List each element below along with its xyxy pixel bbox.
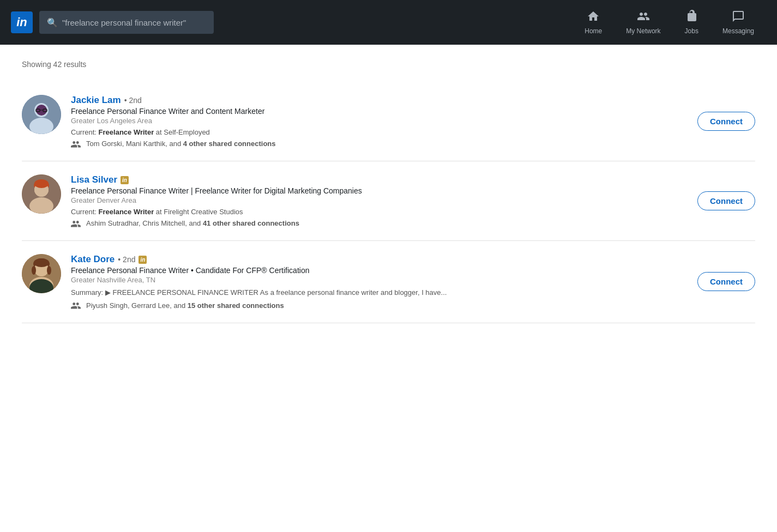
shared-bold: 41 other shared connections	[203, 219, 299, 227]
nav-home[interactable]: Home	[573, 0, 614, 45]
shared-connections: Tom Gorski, Mani Karthik, and 4 other sh…	[71, 140, 688, 148]
result-info: Lisa Silver in Freelance Personal Financ…	[71, 174, 688, 227]
svg-point-20	[47, 266, 51, 275]
linkedin-open-badge: in	[121, 176, 129, 184]
svg-point-12	[34, 179, 49, 188]
connect-button[interactable]: Connect	[697, 272, 755, 291]
result-title: Freelance Personal Finance Writer and Co…	[71, 107, 688, 116]
search-icon: 🔍	[47, 17, 58, 28]
search-results-main: Showing 42 results Jackie Lam	[0, 45, 777, 532]
shared-text: Ashim Sutradhar, Chris Mitchell, and 41 …	[86, 219, 299, 227]
shared-connections: Ashim Sutradhar, Chris Mitchell, and 41 …	[71, 219, 688, 227]
result-name[interactable]: Lisa Silver	[71, 174, 117, 185]
linkedin-logo[interactable]: in	[11, 11, 33, 33]
result-degree: • 2nd	[118, 255, 135, 264]
my-network-label: My Network	[626, 27, 660, 35]
result-name[interactable]: Jackie Lam	[71, 95, 121, 106]
svg-point-18	[34, 258, 49, 267]
nav-items: Home My Network Jobs Messaging	[573, 0, 766, 45]
result-current: Current: Freelance Writer at Firelight C…	[71, 208, 688, 216]
result-degree: • 2nd	[124, 96, 142, 105]
shared-text: Piyush Singh, Gerrard Lee, and 15 other …	[86, 301, 284, 310]
messaging-label: Messaging	[722, 27, 754, 35]
linkedin-open-badge: in	[138, 256, 147, 264]
navbar: in 🔍 Home My Network Jobs	[0, 0, 777, 45]
nav-my-network[interactable]: My Network	[614, 0, 672, 45]
list-item: Lisa Silver in Freelance Personal Financ…	[22, 161, 755, 241]
result-location: Greater Nashville Area, TN	[71, 276, 688, 284]
home-label: Home	[585, 27, 602, 35]
current-role: Freelance Writer	[99, 128, 154, 136]
result-summary: Summary: ▶ FREELANCE PERSONAL FINANCE WR…	[71, 287, 688, 298]
result-current: Current: Freelance Writer at Self-Employ…	[71, 128, 688, 136]
search-bar[interactable]: 🔍	[39, 11, 214, 34]
result-name[interactable]: Kate Dore	[71, 254, 115, 265]
result-info: Jackie Lam • 2nd Freelance Personal Fina…	[71, 95, 688, 148]
avatar	[22, 174, 61, 214]
result-location: Greater Denver Area	[71, 196, 688, 204]
result-list: Jackie Lam • 2nd Freelance Personal Fina…	[22, 82, 755, 323]
connect-button[interactable]: Connect	[697, 191, 755, 210]
result-title: Freelance Personal Finance Writer • Cand…	[71, 266, 688, 275]
jobs-label: Jobs	[685, 27, 698, 35]
shared-bold: 4 other shared connections	[183, 140, 276, 148]
shared-text: Tom Gorski, Mani Karthik, and 4 other sh…	[86, 140, 276, 148]
messaging-icon	[732, 10, 745, 25]
result-title: Freelance Personal Finance Writer | Free…	[71, 186, 688, 195]
svg-point-19	[32, 266, 36, 275]
current-company: at Firelight Creative Studios	[156, 208, 243, 216]
current-company: at Self-Employed	[156, 128, 210, 136]
shared-connections: Piyush Singh, Gerrard Lee, and 15 other …	[71, 301, 688, 310]
search-input[interactable]	[62, 18, 206, 27]
result-location: Greater Los Angeles Area	[71, 117, 688, 125]
home-icon	[587, 10, 600, 25]
avatar	[22, 95, 61, 134]
name-row: Lisa Silver in	[71, 174, 688, 185]
logo-text: in	[16, 16, 27, 28]
results-count: Showing 42 results	[22, 60, 755, 69]
shared-bold: 15 other shared connections	[188, 301, 284, 310]
connect-button[interactable]: Connect	[697, 112, 755, 131]
jobs-icon	[685, 10, 698, 25]
list-item: Jackie Lam • 2nd Freelance Personal Fina…	[22, 82, 755, 161]
network-icon	[637, 10, 650, 25]
avatar	[22, 254, 61, 293]
nav-messaging[interactable]: Messaging	[710, 0, 766, 45]
current-role: Freelance Writer	[99, 208, 154, 216]
list-item: Kate Dore • 2nd in Freelance Personal Fi…	[22, 241, 755, 323]
name-row: Jackie Lam • 2nd	[71, 95, 688, 106]
result-info: Kate Dore • 2nd in Freelance Personal Fi…	[71, 254, 688, 310]
nav-jobs[interactable]: Jobs	[673, 0, 710, 45]
name-row: Kate Dore • 2nd in	[71, 254, 688, 265]
